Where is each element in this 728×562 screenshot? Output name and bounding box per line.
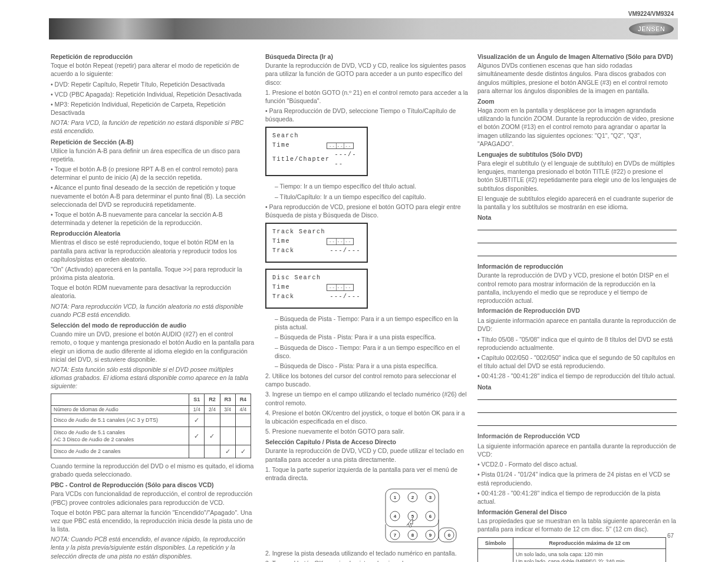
note-text: NOTA: Para reproducción VCD, la función … bbox=[51, 302, 254, 319]
osd-time-field: ------ bbox=[327, 143, 354, 150]
text: Toque el botón RDM nuevamente para desac… bbox=[51, 283, 254, 300]
list-item: • Alcance el punto final deseado de la s… bbox=[51, 183, 254, 209]
list-item: • Toque el botón A-B (o presione RPT A-B… bbox=[51, 165, 254, 181]
text: Cuando termine la reproducción del DVD o… bbox=[51, 462, 254, 478]
text: – Búsqueda de Disco - Tiempo: Para ir a … bbox=[275, 343, 469, 360]
table-cell: DVD bbox=[478, 548, 513, 562]
heading-memo: Nota bbox=[477, 383, 677, 391]
table-cell: Un solo lado, una sola capa: 120 min Un … bbox=[513, 548, 666, 562]
memo-line bbox=[477, 243, 677, 256]
svg-text:9: 9 bbox=[429, 533, 432, 538]
list-item: 1. Presione el botón GOTO (n.º 21) en el… bbox=[265, 88, 469, 105]
memo-block: Nota bbox=[477, 213, 677, 256]
svg-text:2: 2 bbox=[411, 495, 414, 500]
text: Toque el botón PBC para alternar la func… bbox=[51, 508, 254, 534]
list-item: • Toque el botón A-B nuevamente para can… bbox=[51, 210, 254, 227]
memo-block: Nota bbox=[477, 383, 677, 426]
svg-text:7: 7 bbox=[394, 533, 397, 538]
table-cell bbox=[220, 414, 235, 427]
text: La siguiente información aparece en pant… bbox=[477, 442, 677, 458]
text: "On" (Activado) aparecerá en la pantalla… bbox=[51, 265, 254, 282]
heading-audio-mode: Selección del modo de reproducción de au… bbox=[51, 321, 254, 329]
osd-value: ---/--- bbox=[330, 246, 361, 256]
table-cell bbox=[205, 414, 220, 427]
table-cell: ✓ bbox=[235, 445, 251, 458]
note-text: NOTA: Para VCD, la función de repetición… bbox=[51, 118, 254, 135]
keypad-icon: 1 2 3 4 5 6 7 8 9 0 bbox=[383, 487, 460, 547]
heading-goto: Búsqueda Directa (Ir a) bbox=[265, 52, 469, 61]
list-item: 2. Utilice los botones del cursor del co… bbox=[265, 372, 469, 388]
text: Para VCDs con funcionalidad de reproducc… bbox=[51, 490, 254, 506]
list-item: • Título 05/08 - "05/08" indica que el q… bbox=[477, 335, 677, 352]
keypad-illustration: 1 2 3 4 5 6 7 8 9 0 bbox=[383, 487, 466, 547]
model-number: VM9224/VM9324 bbox=[628, 10, 674, 18]
list-item: 2. Ingrese la pista deseada utilizando e… bbox=[265, 549, 469, 557]
text: – Búsqueda de Pista - Pista: Para ir a u… bbox=[275, 333, 469, 341]
osd-title: Track Search bbox=[272, 227, 361, 237]
text: – Título/Capítulo: Ir a un tiempo especí… bbox=[275, 193, 469, 201]
text: Mientras el disco se esté reproduciendo,… bbox=[51, 238, 254, 263]
note-text: NOTA: Cuando PCB está encendido, el avan… bbox=[51, 535, 254, 560]
heading-zoom: Zoom bbox=[477, 97, 677, 105]
text: – Búsqueda de Disco - Pista: Para ir a u… bbox=[275, 362, 469, 370]
table-head: Reproducción máxima de 12 cm bbox=[513, 537, 666, 548]
heading-direct: Selección Capítulo / Pista de Acceso Dir… bbox=[265, 438, 469, 446]
table-cell: ✓ bbox=[189, 427, 205, 445]
list-item: • 00:41:28 - "00:41:28" indica el tiempo… bbox=[477, 489, 677, 505]
svg-text:1: 1 bbox=[394, 495, 397, 500]
table-cell: ✓ bbox=[189, 414, 205, 427]
page-number: 67 bbox=[667, 532, 674, 540]
subheading: Información de Reproducción VCD bbox=[477, 432, 677, 440]
text: El lenguaje de subtítulos elegido aparec… bbox=[477, 194, 677, 211]
subheading: Información de Reproducción DVD bbox=[477, 306, 677, 315]
table-cell: Disco de Audio de 2 canales bbox=[51, 445, 189, 458]
memo-line bbox=[477, 222, 677, 230]
brand-logo: JENSEN bbox=[629, 22, 674, 35]
table-cell: 3/4 bbox=[220, 405, 235, 414]
table-cell: Número de Idiomas de Audio bbox=[51, 405, 189, 414]
osd-title: Search bbox=[272, 131, 361, 141]
memo-line bbox=[477, 230, 677, 243]
list-item: • VCD2.0 - Formato del disco actual. bbox=[477, 460, 677, 468]
text: • Para reproducción de VCD, presione el … bbox=[265, 203, 469, 219]
list-item: • VCD (PBC Apagada): Repetición Individu… bbox=[51, 90, 254, 98]
header-band bbox=[49, 18, 678, 39]
text: – Tiempo: Ir a un tiempo específico del … bbox=[275, 182, 469, 190]
table-head: R4 bbox=[235, 394, 251, 405]
text: Utilice la función A-B para definir un á… bbox=[51, 147, 254, 163]
osd-label: Time bbox=[272, 237, 323, 246]
list-item: • MP3: Repetición Individual, Repetición… bbox=[51, 100, 254, 117]
osd-label: Track bbox=[272, 246, 323, 256]
svg-text:0: 0 bbox=[448, 533, 451, 538]
table-cell bbox=[189, 445, 205, 458]
text: Cuando mire un DVD, presione el botón AU… bbox=[51, 330, 254, 363]
text: Para elegir el subtítulo (y el lenguaje … bbox=[477, 159, 677, 193]
osd-time-field: ------ bbox=[327, 284, 354, 291]
heading-memo: Nota bbox=[477, 213, 677, 222]
table-cell bbox=[235, 427, 251, 445]
table-cell: 1/4 bbox=[189, 405, 205, 414]
heading-repeat: Repetición de reproducción bbox=[51, 52, 254, 61]
heading-alt-angle: Visualización de un Ángulo de Imagen Alt… bbox=[477, 52, 677, 61]
svg-text:8: 8 bbox=[411, 533, 414, 538]
disc-info-table: Símbolo Reproducción máxima de 12 cm DVD… bbox=[477, 537, 666, 562]
text: Durante la reproducción de DVD y VCD, pr… bbox=[477, 271, 677, 305]
table-head: R3 bbox=[220, 394, 235, 405]
list-item: 4. Presione el botón OK/centro del joyst… bbox=[265, 409, 469, 425]
table-cell: ✓ bbox=[205, 427, 220, 445]
text: Algunos DVDs contienen escenas que han s… bbox=[477, 61, 677, 95]
table-cell: 4/4 bbox=[235, 405, 251, 414]
table-cell: Disco de Audio de 5.1 canales AC 3 Disco… bbox=[51, 427, 189, 445]
list-item: 1. Toque la parte superior izquierda de … bbox=[265, 465, 469, 482]
osd-disc-search: Disc Search Time ------ Track ---/--- bbox=[265, 269, 368, 309]
audio-language-table: S1 R2 R3 R4 Número de Idiomas de Audio 1… bbox=[51, 394, 251, 458]
svg-text:4: 4 bbox=[394, 514, 397, 519]
osd-value: ---/--- bbox=[330, 292, 361, 302]
svg-text:6: 6 bbox=[429, 514, 432, 519]
table-cell: ✓ bbox=[220, 445, 235, 458]
memo-line bbox=[477, 392, 677, 400]
list-item: • Pista 01/24 - "01/24" indica que la pr… bbox=[477, 470, 677, 487]
osd-value: ---/--- bbox=[335, 150, 361, 169]
column-right: Visualización de un Ángulo de Imagen Alt… bbox=[477, 50, 677, 562]
text: Toque el botón Repeat (repetir) para alt… bbox=[51, 61, 254, 78]
